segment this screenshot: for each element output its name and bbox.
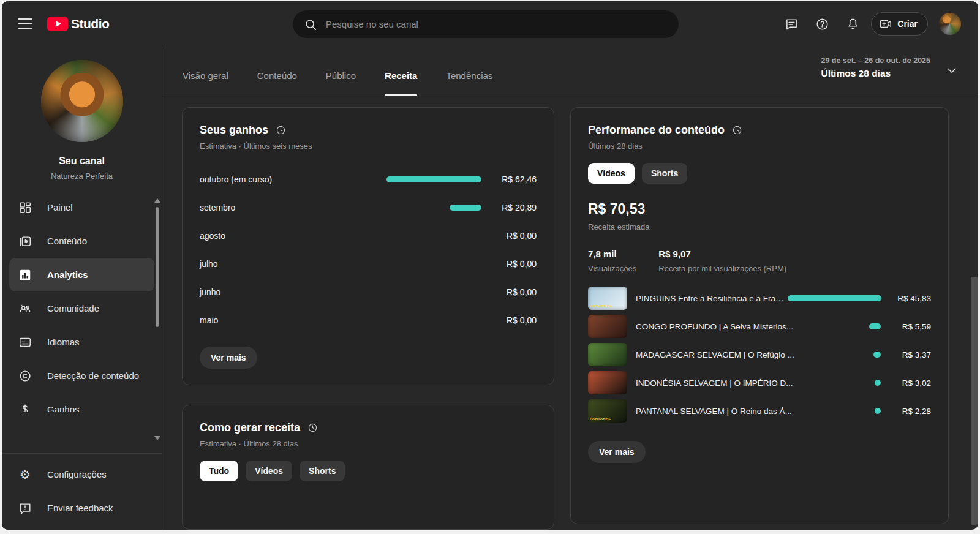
video-revenue-value: R$ 2,28 (892, 407, 931, 416)
sidebar-item-label: Analytics (47, 269, 88, 280)
stat-value: 7,8 mil (588, 249, 636, 259)
page-scrollbar-thumb[interactable] (971, 277, 978, 525)
sidebar-item-idiomas[interactable]: Idiomas (2, 325, 162, 359)
sidebar-scrollbar-thumb[interactable] (156, 207, 159, 327)
sidebar-item-label: Enviar feedback (47, 503, 113, 513)
sidebar-scrollbar[interactable] (153, 198, 160, 440)
filter-shorts[interactable]: Shorts (642, 163, 687, 184)
thumbnail-text: ANTARTICA (590, 304, 612, 308)
video-title: CONGO PROFUNDO | A Selva Misterios... (636, 322, 793, 331)
stat-label: Visualizações (588, 264, 636, 273)
month-label: setembro (200, 203, 235, 212)
main-area: Visão geral Conteúdo Público Receita Ten… (162, 47, 978, 530)
content-icon (18, 234, 32, 249)
video-title: MADAGASCAR SELVAGEM | O Refúgio ... (636, 350, 794, 359)
performance-card-title: Performance do conteúdo (588, 124, 725, 137)
video-row[interactable]: PANTANAL PANTANAL SELVAGEM | O Reino das… (588, 397, 931, 425)
earnings-row[interactable]: maio R$ 0,00 (200, 306, 537, 334)
video-row[interactable]: INDONÉSIA SELVAGEM | O IMPÉRIO D... R$ 3… (588, 369, 931, 397)
clock-icon (307, 423, 318, 433)
date-range-selector[interactable]: 29 de set. – 26 de out. de 2025 Últimos … (821, 56, 930, 79)
sidebar: Seu canal Natureza Perfeita Painel Conte… (2, 47, 162, 530)
dashboard-icon (18, 200, 32, 215)
tab-visao-geral[interactable]: Visão geral (183, 70, 228, 96)
send-feedback-icon (18, 501, 32, 516)
analytics-content: Seus ganhos Estimativa · Últimos seis me… (162, 96, 978, 530)
sidebar-nav: Painel Conteúdo Analytics (2, 190, 162, 412)
video-revenue-value: R$ 5,59 (892, 322, 931, 331)
earnings-row[interactable]: agosto R$ 0,00 (200, 222, 537, 250)
rpm-stat: R$ 9,07 Receita por mil visualizações (R… (658, 249, 786, 273)
filter-videos[interactable]: Vídeos (246, 461, 292, 481)
earnings-row[interactable]: setembro R$ 20,89 (200, 194, 537, 222)
help-icon[interactable] (810, 12, 834, 36)
channel-avatar[interactable] (41, 60, 123, 142)
performance-ver-mais-button[interactable]: Ver mais (588, 441, 646, 463)
video-row[interactable]: MADAGASCAR SELVAGEM | O Refúgio ... R$ 3… (588, 340, 931, 369)
search-input[interactable] (326, 19, 668, 29)
earnings-bar (386, 176, 481, 182)
video-revenue-value: R$ 3,37 (892, 350, 931, 359)
sidebar-item-comunidade[interactable]: Comunidade (2, 291, 162, 325)
sidebar-item-analytics[interactable]: Analytics (9, 258, 154, 291)
channel-title: Seu canal (2, 156, 162, 167)
copyright-icon (18, 369, 32, 383)
tab-receita[interactable]: Receita (385, 70, 417, 96)
earnings-icon (18, 402, 32, 413)
month-label: outubro (em curso) (200, 175, 272, 184)
sidebar-item-conteudo[interactable]: Conteúdo (2, 224, 162, 258)
video-revenue-bar (873, 352, 881, 358)
sidebar-item-label: Idiomas (47, 337, 80, 347)
video-thumbnail: ANTARTICA (588, 287, 627, 310)
create-button[interactable]: Criar (871, 12, 928, 36)
monetize-card-title: Como gerar receita (200, 421, 300, 434)
feedback-comment-icon[interactable] (779, 12, 804, 36)
sidebar-item-ganhos[interactable]: Ganhos (2, 393, 162, 412)
channel-name: Natureza Perfeita (2, 171, 162, 181)
tab-tendencias[interactable]: Tendências (446, 70, 492, 96)
earnings-row[interactable]: julho R$ 0,00 (200, 250, 537, 278)
video-revenue-bar (788, 295, 882, 301)
filter-videos[interactable]: Vídeos (588, 163, 635, 184)
clock-icon (276, 125, 286, 135)
earnings-card: Seus ganhos Estimativa · Últimos seis me… (182, 107, 554, 385)
tab-publico[interactable]: Público (326, 70, 356, 96)
chevron-down-icon[interactable] (945, 64, 959, 80)
sidebar-item-configuracoes[interactable]: ⚙ Configurações (2, 457, 162, 491)
notifications-bell-icon[interactable] (840, 12, 865, 36)
month-label: junho (200, 287, 221, 297)
tab-conteudo[interactable]: Conteúdo (257, 70, 297, 96)
earnings-ver-mais-button[interactable]: Ver mais (200, 347, 257, 369)
search-bar[interactable] (293, 10, 679, 38)
sidebar-item-enviar-feedback[interactable]: Enviar feedback (2, 491, 162, 525)
earnings-value: R$ 20,89 (491, 203, 537, 212)
video-revenue-bar (875, 380, 881, 386)
studio-logo[interactable]: Studio (47, 17, 109, 31)
earnings-value: R$ 0,00 (491, 287, 537, 297)
youtube-studio-window: Studio Criar (2, 1, 978, 530)
video-row[interactable]: ANTARTICA PINGUINS Entre a Resiliência e… (588, 284, 931, 312)
filter-shorts[interactable]: Shorts (300, 461, 345, 481)
earnings-value: R$ 0,00 (491, 315, 537, 325)
account-avatar[interactable] (939, 13, 961, 35)
filter-tudo[interactable]: Tudo (200, 461, 238, 481)
video-row[interactable]: CONGO PROFUNDO | A Selva Misterios... R$… (588, 312, 931, 340)
earnings-row[interactable]: junho R$ 0,00 (200, 278, 537, 306)
sidebar-item-label: Painel (47, 202, 73, 212)
earnings-row[interactable]: outubro (em curso) R$ 62,46 (200, 165, 537, 194)
page-scrollbar[interactable] (970, 47, 978, 530)
earnings-rows: outubro (em curso) R$ 62,46 setembro R$ … (200, 165, 537, 334)
sidebar-item-deteccao[interactable]: Detecção de conteúdo (2, 359, 162, 393)
video-thumbnail (588, 371, 627, 394)
scroll-down-icon[interactable] (154, 436, 160, 440)
brand-name: Studio (71, 17, 109, 31)
youtube-play-icon (47, 17, 68, 31)
video-revenue-bar (869, 323, 881, 329)
sidebar-item-painel[interactable]: Painel (2, 190, 162, 224)
settings-icon: ⚙ (18, 467, 32, 482)
month-label: agosto (200, 231, 225, 241)
scroll-up-icon[interactable] (154, 198, 160, 203)
menu-icon[interactable] (18, 18, 32, 29)
video-thumbnail (588, 343, 627, 366)
monetize-filters: Tudo Vídeos Shorts (200, 461, 537, 481)
